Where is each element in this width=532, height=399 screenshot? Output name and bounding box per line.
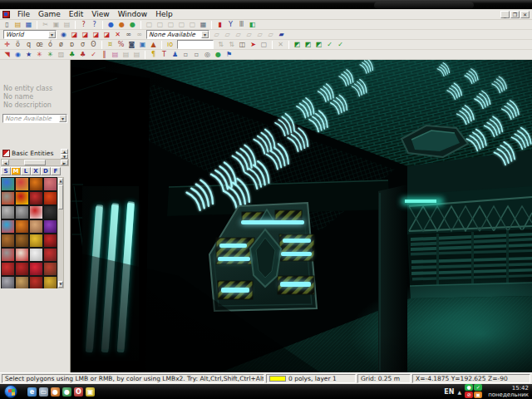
light-tool-1-icon[interactable]: ö: [13, 40, 23, 49]
quicklaunch-explorer-window-icon[interactable]: ▭: [39, 387, 48, 397]
folder-gray-2-icon[interactable]: ▤: [132, 50, 142, 59]
csg-delete-icon[interactable]: ✕: [113, 30, 123, 39]
hscroll-thumb[interactable]: [24, 160, 46, 165]
language-indicator[interactable]: EN: [444, 388, 454, 396]
menu-window[interactable]: Window: [114, 10, 152, 18]
entity-thumb-red-pile[interactable]: [29, 276, 43, 288]
find-pair-1-icon[interactable]: ⇅: [216, 40, 226, 49]
add-vertex-icon[interactable]: ✛: [2, 40, 12, 49]
tray-expand-icon[interactable]: ▲: [458, 389, 462, 395]
window-titlebar[interactable]: [0, 0, 532, 9]
light-tool-2-icon[interactable]: q: [24, 40, 34, 49]
entity-thumb-cloud-2[interactable]: [15, 205, 29, 219]
entity-thumb-red-ring[interactable]: [29, 191, 43, 205]
browser-tab-s[interactable]: S: [1, 167, 11, 175]
entity-thumb-red-axe[interactable]: [43, 248, 57, 262]
wedge-green-3-icon[interactable]: ◩: [314, 40, 324, 49]
start-button[interactable]: [4, 385, 17, 398]
folder-pink-icon[interactable]: ▤: [111, 50, 121, 59]
vscroll-thumb[interactable]: [58, 185, 63, 209]
copy-mip-3-icon[interactable]: ▱: [234, 30, 244, 39]
tray-green-dot[interactable]: ●: [465, 384, 473, 391]
csg-join-icon[interactable]: ◪: [102, 30, 112, 39]
quicklaunch-ie-icon[interactable]: e: [27, 387, 37, 397]
active-color-swatch[interactable]: [269, 376, 286, 382]
save-file-icon[interactable]: ▦: [24, 20, 34, 29]
entity-thumb-dark-box[interactable]: [43, 205, 57, 219]
browser-vscrollbar[interactable]: ▲ ▼: [57, 177, 64, 288]
browse-script-icon[interactable]: ▰: [277, 30, 287, 39]
key-icon[interactable]: ¶: [149, 50, 159, 59]
close-button[interactable]: ✕: [520, 11, 530, 18]
io-badge-icon[interactable]: ıo: [165, 40, 175, 49]
entity-target-combo[interactable]: None Available▾: [2, 114, 67, 123]
axis-flip-icon[interactable]: ◥: [2, 50, 12, 59]
cut-icon[interactable]: ✂: [41, 20, 51, 29]
entity-thumb-purple-cone[interactable]: [43, 219, 57, 234]
browser-tab-d[interactable]: D: [41, 167, 51, 175]
entity-thumb-go-sign[interactable]: [15, 191, 29, 205]
light-tool-4-icon[interactable]: ó: [46, 40, 56, 49]
grid-table-icon[interactable]: ▦: [199, 20, 209, 29]
world-view-3-icon[interactable]: ●: [128, 20, 138, 29]
flag-icon[interactable]: ⚑: [224, 50, 234, 59]
check-cube-1-icon[interactable]: ✓: [325, 40, 335, 49]
browser-tab-m[interactable]: M: [11, 167, 21, 175]
chevron-down-icon[interactable]: ▾: [59, 115, 66, 122]
entity-thumb-paper[interactable]: [29, 248, 43, 262]
quicklaunch-green-app-icon[interactable]: ●: [62, 387, 71, 397]
entity-thumb-red-hammer[interactable]: [43, 234, 57, 248]
entity-thumb-revolver[interactable]: [1, 276, 15, 288]
render-flat-icon[interactable]: ▮: [215, 20, 225, 29]
open-file-icon[interactable]: ▤: [13, 20, 23, 29]
target-icon[interactable]: ◎: [203, 50, 213, 59]
hedge-icon[interactable]: ‖: [100, 50, 110, 59]
wedge-green-2-icon[interactable]: ◩: [303, 40, 313, 49]
render-columns-icon[interactable]: Ⅲ: [237, 20, 247, 29]
available-combo[interactable]: None Available▾: [146, 30, 209, 39]
scroll-left-icon[interactable]: ◄: [2, 160, 9, 165]
csg-lock-icon[interactable]: ◉: [59, 30, 69, 39]
stamp-icon[interactable]: ▨: [57, 50, 66, 59]
cube-tool-icon[interactable]: ◫: [238, 40, 248, 49]
menu-view[interactable]: View: [87, 10, 113, 18]
light-tool-8-icon[interactable]: ʘ: [89, 40, 99, 49]
entity-thumb-red-cards[interactable]: [1, 262, 15, 276]
menu-game[interactable]: Game: [34, 10, 65, 18]
world-combo[interactable]: World▾: [3, 30, 57, 39]
anim-input[interactable]: [177, 40, 214, 49]
render-wire-icon[interactable]: Y: [226, 20, 236, 29]
browser-tab-f[interactable]: F: [51, 167, 61, 175]
spin-down-icon[interactable]: ▼: [61, 154, 68, 159]
window-layout-1-icon[interactable]: ▢: [145, 20, 155, 29]
tray-red-slash[interactable]: ⊘: [465, 392, 473, 398]
quicklaunch-firefox-icon[interactable]: ●: [51, 387, 60, 397]
window-layout-3-icon[interactable]: ▢: [166, 20, 176, 29]
folder-gray-1-icon[interactable]: ▤: [121, 50, 131, 59]
render-textured-icon[interactable]: ◧: [248, 20, 258, 29]
select-box-1-icon[interactable]: ▫: [181, 50, 191, 59]
entity-thumb-orange-cone[interactable]: [29, 177, 43, 191]
new-file-icon[interactable]: ▯: [2, 20, 12, 29]
entity-thumb-flame[interactable]: [43, 191, 57, 205]
csg-split-icon[interactable]: ◪: [91, 30, 101, 39]
entity-thumb-torus-rings[interactable]: [15, 177, 29, 191]
entity-thumb-globe[interactable]: [1, 177, 15, 191]
paste-icon[interactable]: ▤: [62, 20, 72, 29]
mirror-tool-icon[interactable]: ✕: [276, 40, 286, 49]
viewport-3d-scene[interactable]: [71, 60, 532, 372]
sprinkle-red-icon[interactable]: ✳: [35, 50, 45, 59]
tray-green-check[interactable]: ✓: [474, 384, 482, 391]
select-box-2-icon[interactable]: ▫: [192, 50, 202, 59]
percent-tool-icon[interactable]: %: [116, 40, 126, 49]
chevron-down-icon[interactable]: ▾: [48, 31, 56, 38]
entity-thumb-pink-photo[interactable]: [43, 177, 57, 191]
light-bulb-icon[interactable]: ¤: [106, 40, 116, 49]
csg-subtract-icon[interactable]: ◪: [81, 30, 91, 39]
light-tool-5-icon[interactable]: ø: [57, 40, 66, 49]
scroll-up-icon[interactable]: ▲: [58, 178, 63, 185]
tree-red-icon[interactable]: ♣: [78, 50, 88, 59]
entity-thumb-cloud-1[interactable]: [1, 205, 15, 219]
entity-thumb-red-boxes[interactable]: [15, 262, 29, 276]
world-view-1-icon[interactable]: ●: [106, 20, 116, 29]
